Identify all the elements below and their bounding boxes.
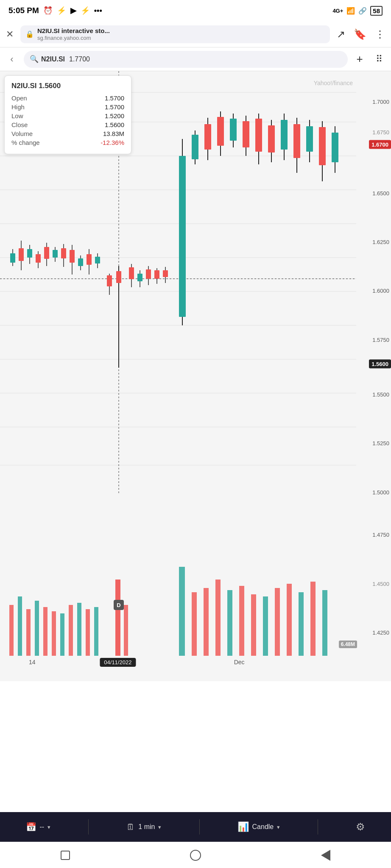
tooltip-close-value: 1.5600 <box>105 121 124 128</box>
svg-rect-93 <box>215 580 221 656</box>
tooltip-high-label: High <box>11 103 25 111</box>
separator-3 <box>318 819 318 835</box>
search-icon: 🔍 <box>30 55 39 64</box>
tooltip-title: N2IU.SI 1.5600 <box>11 82 124 90</box>
price-label-1475: 1.4750 <box>372 532 389 538</box>
price-badge-1560: 1.5600 <box>369 360 391 369</box>
interval-arrow: ▾ <box>158 824 161 830</box>
interval-label: 1 min <box>138 823 155 831</box>
add-button[interactable]: + <box>352 52 367 67</box>
price-label-1600: 1.6000 <box>372 288 389 294</box>
gear-icon: ⚙ <box>356 821 365 833</box>
svg-rect-52 <box>179 156 186 317</box>
date-label-dec: Dec <box>234 659 245 666</box>
svg-rect-89 <box>124 605 128 656</box>
svg-rect-36 <box>95 257 100 263</box>
more-options-button[interactable]: ⋮ <box>375 28 385 40</box>
svg-rect-34 <box>87 254 92 265</box>
bottom-toolbar: 📅 -- ▾ 🗓 1 min ▾ 📊 Candle ▾ ⚙ <box>0 812 391 842</box>
svg-rect-98 <box>275 588 280 656</box>
url-box[interactable]: 🔒 N2IU.SI interactive sto... sg.finance.… <box>20 25 330 43</box>
svg-rect-48 <box>154 270 159 279</box>
tooltip-volume-value: 13.83M <box>103 130 124 137</box>
svg-rect-38 <box>107 275 112 286</box>
svg-rect-87 <box>94 607 98 656</box>
home-button[interactable] <box>186 846 205 865</box>
svg-rect-72 <box>306 126 313 152</box>
tooltip-close-row: Close 1.5600 <box>11 121 124 128</box>
svg-rect-26 <box>53 250 58 258</box>
tooltip-open-value: 1.5700 <box>105 94 124 102</box>
status-right: 4G+ 📶 🔗 58 <box>332 6 383 16</box>
chart-type-label: -- <box>40 823 45 831</box>
svg-rect-42 <box>129 267 134 279</box>
candle-type-selector[interactable]: 📊 Candle ▾ <box>237 821 280 832</box>
back-button[interactable]: ‹ <box>4 52 20 67</box>
svg-rect-79 <box>26 609 31 656</box>
square-icon <box>61 851 70 860</box>
svg-rect-91 <box>192 592 197 656</box>
tooltip-pct-label: % change <box>11 139 40 146</box>
price-label-1425: 1.4250 <box>372 629 389 635</box>
price-label-1450: 1.4500 <box>372 580 389 587</box>
search-price: 1.7700 <box>69 55 90 63</box>
back-nav-button[interactable] <box>316 846 335 865</box>
svg-rect-88 <box>115 580 120 656</box>
tooltip-panel: N2IU.SI 1.5600 Open 1.5700 High 1.5700 L… <box>4 75 131 154</box>
chart-type-selector[interactable]: 📅 -- ▾ <box>26 822 51 832</box>
svg-rect-76 <box>332 133 338 162</box>
status-time: 5:05 PM <box>8 6 39 15</box>
date-axis: 14 04/11/2022 Dec <box>0 656 357 668</box>
price-label-1675: 1.6750 <box>372 129 389 136</box>
tooltip-open-row: Open 1.5700 <box>11 94 124 102</box>
more-icon: ••• <box>94 6 102 15</box>
svg-rect-62 <box>243 121 249 147</box>
interval-icon: 🗓 <box>126 822 135 832</box>
svg-rect-94 <box>227 590 232 656</box>
price-label-1575: 1.5750 <box>372 336 389 343</box>
svg-rect-18 <box>19 248 24 261</box>
svg-rect-24 <box>44 247 49 259</box>
tooltip-high-value: 1.5700 <box>105 103 124 111</box>
price-label-1500: 1.5000 <box>372 489 389 495</box>
search-ticker: N2IU.SI <box>41 55 65 63</box>
domain-label: sg.finance.yahoo.com <box>37 35 110 42</box>
svg-rect-74 <box>319 127 326 165</box>
svg-rect-66 <box>268 125 275 153</box>
svg-rect-95 <box>239 586 244 656</box>
d-marker: D <box>114 600 124 610</box>
tooltip-low-row: Low 1.5200 <box>11 112 124 119</box>
price-label-1625: 1.6250 <box>372 239 389 245</box>
browser-close-button[interactable]: ✕ <box>6 29 14 40</box>
svg-rect-97 <box>263 596 268 656</box>
status-bar: 5:05 PM ⏰ ⚡ ▶ ⚡ ••• 4G+ 📶 🔗 58 <box>0 0 391 21</box>
svg-rect-40 <box>116 271 121 283</box>
tooltip-low-value: 1.5200 <box>105 112 124 119</box>
grid-button[interactable]: ⠿ <box>371 52 387 67</box>
price-axis: 1.7000 1.6750 1.6700 1.6500 1.6250 1.600… <box>357 71 391 681</box>
chart-area[interactable]: Yahoo!/finance N2IU.SI 1.5600 Open 1.570… <box>0 71 391 681</box>
search-box[interactable]: 🔍 N2IU.SI 1.7700 <box>24 51 348 68</box>
separator-2 <box>199 819 200 835</box>
separator-1 <box>88 819 89 835</box>
svg-rect-68 <box>281 120 288 150</box>
svg-rect-90 <box>179 567 185 656</box>
circle-icon <box>190 850 201 861</box>
system-nav-bar <box>0 842 391 868</box>
bookmark-button[interactable]: 🔖 <box>354 28 366 40</box>
recent-apps-button[interactable] <box>56 846 75 865</box>
settings-button[interactable]: ⚙ <box>356 821 365 833</box>
svg-rect-78 <box>18 596 22 656</box>
chart-type-arrow: ▾ <box>47 824 50 830</box>
interval-selector[interactable]: 🗓 1 min ▾ <box>126 822 161 832</box>
share-button[interactable]: ↗ <box>337 28 345 40</box>
svg-rect-96 <box>251 594 256 656</box>
signal-icon: 📶 <box>346 7 355 15</box>
triangle-icon <box>321 850 330 861</box>
svg-rect-100 <box>299 592 304 656</box>
network-icon: 4G+ <box>332 8 343 14</box>
svg-rect-92 <box>204 588 209 656</box>
browser-actions: ↗ 🔖 ⋮ <box>337 28 385 40</box>
calendar-icon: 📅 <box>26 822 36 832</box>
svg-rect-77 <box>9 605 14 656</box>
